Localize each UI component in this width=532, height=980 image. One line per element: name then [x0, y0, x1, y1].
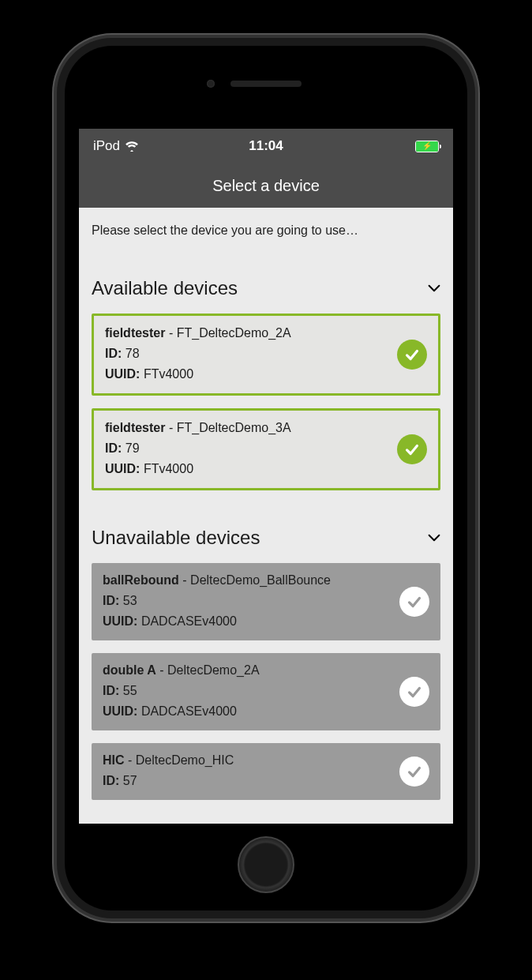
device-id: 55 [123, 684, 137, 697]
device-uuid-line: UUID: DADCASEv4000 [103, 702, 392, 721]
carrier-label: iPod [93, 138, 120, 154]
device-card-available[interactable]: fieldtester - FT_DeltecDemo_2A ID: 78 UU… [92, 314, 440, 396]
unavailable-section-header[interactable]: Unavailable devices [92, 527, 440, 549]
battery-icon: ⚡ [415, 141, 439, 152]
device-name: DeltecDemo_BallBounce [190, 573, 331, 587]
device-info: fieldtester - FT_DeltecDemo_3A ID: 79 UU… [105, 419, 397, 480]
device-id: 57 [123, 774, 137, 787]
device-id: 78 [126, 347, 140, 360]
home-button[interactable] [238, 836, 294, 893]
device-id-line: ID: 78 [105, 344, 389, 363]
uuid-label: UUID: [103, 614, 137, 628]
chevron-down-icon [428, 534, 440, 542]
id-label: ID: [103, 684, 119, 697]
check-icon [399, 757, 429, 787]
device-type: fieldtester [105, 326, 165, 340]
status-bar: iPod 11:04 ⚡ [79, 129, 453, 163]
device-info: fieldtester - FT_DeltecDemo_2A ID: 78 UU… [105, 324, 397, 385]
check-icon [397, 340, 427, 370]
phone-inner: iPod 11:04 ⚡ Select a device Please sele… [65, 46, 467, 911]
device-title: double A - DeltecDemo_2A [103, 661, 392, 680]
status-left: iPod [93, 138, 139, 154]
device-name: FT_DeltecDemo_2A [177, 326, 291, 340]
device-title: fieldtester - FT_DeltecDemo_3A [105, 419, 389, 437]
device-name: FT_DeltecDemo_3A [177, 421, 291, 434]
device-info: double A - DeltecDemo_2A ID: 55 UUID: DA… [103, 661, 399, 723]
device-title: fieldtester - FT_DeltecDemo_2A [105, 324, 389, 343]
device-title: HIC - DeltecDemo_HIC [103, 751, 392, 770]
wifi-icon [125, 141, 139, 152]
id-label: ID: [103, 594, 119, 607]
device-title: ballRebound - DeltecDemo_BallBounce [103, 571, 392, 590]
id-label: ID: [103, 774, 119, 787]
available-section-header[interactable]: Available devices [92, 277, 440, 299]
charging-bolt-icon: ⚡ [422, 142, 432, 150]
device-id: 79 [126, 441, 140, 455]
device-card-unavailable[interactable]: HIC - DeltecDemo_HIC ID: 57 [92, 743, 440, 800]
check-icon [399, 587, 429, 617]
device-card-unavailable[interactable]: double A - DeltecDemo_2A ID: 55 UUID: DA… [92, 653, 440, 730]
device-id: 53 [123, 594, 137, 607]
device-uuid: FTv4000 [144, 462, 193, 475]
battery-fill: ⚡ [416, 141, 438, 152]
uuid-label: UUID: [103, 704, 137, 718]
device-type: double A [103, 663, 156, 677]
device-card-available[interactable]: fieldtester - FT_DeltecDemo_3A ID: 79 UU… [92, 408, 440, 490]
unavailable-heading: Unavailable devices [92, 527, 260, 549]
earpiece [65, 76, 467, 92]
device-type: fieldtester [105, 421, 165, 434]
device-name: DeltecDemo_2A [167, 663, 260, 677]
available-heading: Available devices [92, 277, 238, 299]
device-card-unavailable[interactable]: ballRebound - DeltecDemo_BallBounce ID: … [92, 563, 440, 640]
device-uuid-line: UUID: FTv4000 [105, 365, 389, 384]
uuid-label: UUID: [105, 462, 140, 475]
screen: iPod 11:04 ⚡ Select a device Please sele… [79, 129, 453, 824]
id-label: ID: [105, 347, 122, 360]
device-uuid: DADCASEv4000 [141, 614, 237, 628]
device-id-line: ID: 53 [103, 591, 392, 610]
check-icon [399, 677, 429, 707]
device-id-line: ID: 57 [103, 772, 392, 790]
device-uuid: FTv4000 [144, 367, 193, 381]
device-uuid-line: UUID: FTv4000 [105, 460, 389, 479]
device-name: DeltecDemo_HIC [136, 753, 234, 767]
device-uuid-line: UUID: DADCASEv4000 [103, 612, 392, 631]
id-label: ID: [105, 441, 122, 455]
device-id-line: ID: 79 [105, 439, 389, 458]
speaker-grille [230, 81, 302, 87]
device-type: HIC [103, 753, 125, 767]
uuid-label: UUID: [105, 367, 140, 381]
instruction-text: Please select the device you are going t… [92, 223, 440, 238]
page-title: Select a device [212, 177, 320, 195]
device-info: HIC - DeltecDemo_HIC ID: 57 [103, 751, 399, 792]
device-type: ballRebound [103, 573, 179, 587]
device-info: ballRebound - DeltecDemo_BallBounce ID: … [103, 571, 399, 633]
phone-frame: iPod 11:04 ⚡ Select a device Please sele… [57, 38, 475, 918]
content[interactable]: Please select the device you are going t… [79, 208, 453, 824]
device-uuid: DADCASEv4000 [141, 704, 237, 718]
chevron-down-icon [428, 284, 440, 292]
check-icon [397, 434, 427, 464]
device-id-line: ID: 55 [103, 681, 392, 700]
nav-header: Select a device [79, 163, 453, 208]
front-camera [207, 80, 215, 88]
